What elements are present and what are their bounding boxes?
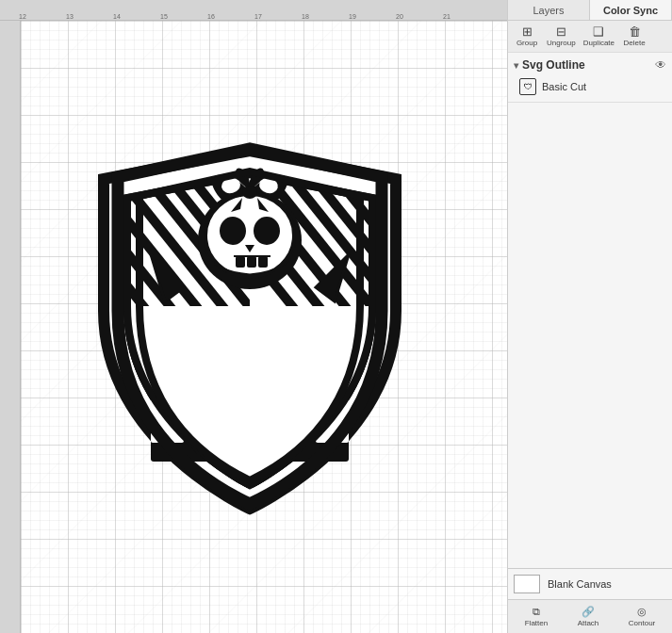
grid-background bbox=[21, 21, 507, 633]
bottom-toolbar: ⧉ Flatten 🔗 Attach ◎ Contour bbox=[508, 599, 672, 633]
ruler-mark: 15 bbox=[160, 13, 168, 20]
ruler-mark: 17 bbox=[254, 13, 262, 20]
svg-rect-35 bbox=[236, 256, 245, 268]
contour-icon: ◎ bbox=[637, 606, 647, 618]
duplicate-button[interactable]: ❑ Duplicate bbox=[581, 24, 617, 49]
contour-button[interactable]: ◎ Contour bbox=[627, 604, 657, 629]
tab-layers[interactable]: Layers bbox=[508, 0, 590, 20]
canvas-area: 12 13 14 15 16 17 18 19 20 21 bbox=[0, 0, 507, 633]
panel-bottom: Blank Canvas bbox=[508, 568, 672, 599]
art-container bbox=[75, 122, 424, 531]
monster-high-logo bbox=[75, 122, 424, 528]
tabs-container: Layers Color Sync bbox=[508, 0, 672, 21]
visibility-icon[interactable]: 👁 bbox=[655, 58, 666, 72]
attach-button[interactable]: 🔗 Attach bbox=[576, 604, 601, 629]
ruler-mark: 12 bbox=[19, 13, 26, 20]
ruler-mark: 18 bbox=[302, 13, 309, 20]
ruler-top: 12 13 14 15 16 17 18 19 20 21 bbox=[0, 0, 507, 21]
ruler-left bbox=[0, 21, 21, 633]
layer-section-header[interactable]: ▾ Svg Outline 👁 bbox=[514, 57, 666, 73]
ruler-mark: 13 bbox=[66, 13, 74, 20]
layer-item[interactable]: 🛡 Basic Cut bbox=[514, 75, 666, 98]
blank-canvas-row: Blank Canvas bbox=[514, 575, 666, 593]
layer-section: ▾ Svg Outline 👁 🛡 Basic Cut bbox=[508, 53, 672, 103]
ruler-mark: 16 bbox=[207, 13, 215, 20]
svg-point-40 bbox=[242, 186, 257, 199]
panel-spacer bbox=[508, 103, 672, 568]
flatten-icon: ⧉ bbox=[533, 606, 540, 618]
group-icon: ⊞ bbox=[522, 25, 533, 38]
ruler-top-marks: 12 13 14 15 16 17 18 19 20 21 bbox=[21, 0, 507, 20]
svg-point-33 bbox=[220, 217, 246, 245]
ruler-mark: 21 bbox=[443, 13, 451, 20]
layer-item-icon: 🛡 bbox=[519, 78, 536, 95]
ruler-mark: 14 bbox=[113, 13, 121, 20]
ruler-mark: 20 bbox=[396, 13, 403, 20]
ruler-mark: 19 bbox=[349, 13, 356, 20]
blank-canvas-swatch bbox=[514, 575, 540, 593]
tab-color-sync[interactable]: Color Sync bbox=[590, 0, 672, 20]
attach-icon: 🔗 bbox=[582, 606, 595, 618]
ungroup-icon: ⊟ bbox=[556, 25, 566, 38]
svg-rect-36 bbox=[247, 256, 256, 268]
chevron-icon: ▾ bbox=[514, 60, 518, 71]
svg-point-34 bbox=[254, 217, 280, 245]
layer-header-left: ▾ Svg Outline bbox=[514, 58, 585, 72]
svg-rect-37 bbox=[258, 256, 268, 268]
flatten-button[interactable]: ⧉ Flatten bbox=[523, 604, 549, 629]
toolbar-row: ⊞ Group ⊟ Ungroup ❑ Duplicate 🗑 Delete bbox=[508, 21, 672, 53]
delete-icon: 🗑 bbox=[629, 25, 641, 38]
ungroup-button[interactable]: ⊟ Ungroup bbox=[544, 24, 579, 49]
delete-button[interactable]: 🗑 Delete bbox=[619, 24, 649, 49]
duplicate-icon: ❑ bbox=[593, 25, 604, 38]
group-button[interactable]: ⊞ Group bbox=[512, 24, 542, 49]
right-panel: Layers Color Sync ⊞ Group ⊟ Ungroup ❑ Du… bbox=[507, 0, 672, 633]
